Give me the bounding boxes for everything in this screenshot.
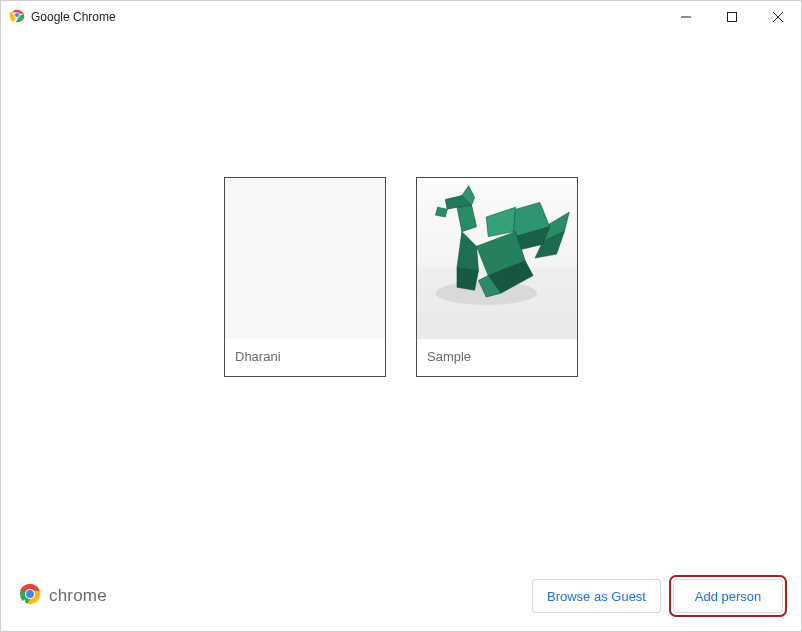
profile-name-label: Dharani [225,339,385,376]
brand-text: chrome [49,586,107,606]
svg-rect-4 [728,13,737,22]
footer-brand: chrome [19,583,107,609]
profile-name-label: Sample [417,339,577,376]
maximize-button[interactable] [709,1,755,33]
footer: chrome Browse as Guest Add person [1,561,801,631]
profile-avatar-blank [225,178,385,339]
svg-point-30 [26,590,34,598]
svg-marker-15 [457,232,478,271]
chrome-logo-icon [19,583,41,609]
button-label: Add person [695,589,762,604]
button-label: Browse as Guest [547,589,646,604]
chrome-logo-icon [9,7,25,27]
minimize-button[interactable] [663,1,709,33]
titlebar: Google Chrome [1,1,801,33]
window-controls [663,1,801,33]
svg-marker-19 [436,207,448,217]
svg-marker-21 [486,207,515,236]
browse-as-guest-button[interactable]: Browse as Guest [532,579,661,613]
svg-marker-16 [457,268,478,290]
titlebar-left: Google Chrome [9,7,116,27]
profile-avatar-origami-dragon [417,178,577,339]
add-person-button[interactable]: Add person [673,579,783,613]
profile-list: Dharani [224,177,578,377]
profile-card-sample[interactable]: Sample [416,177,578,377]
close-button[interactable] [755,1,801,33]
window-title: Google Chrome [31,10,116,24]
footer-actions: Browse as Guest Add person [532,579,783,613]
profile-card-dharani[interactable]: Dharani [224,177,386,377]
svg-marker-17 [457,205,477,231]
